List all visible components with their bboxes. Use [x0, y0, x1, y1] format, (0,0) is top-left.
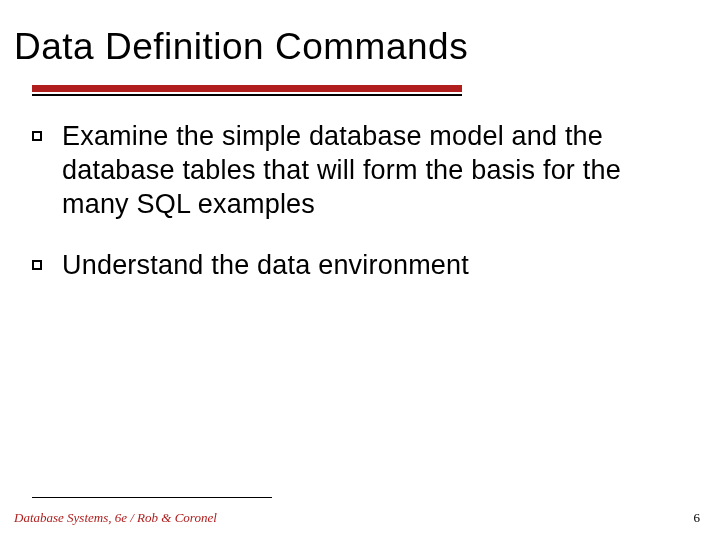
- body-content: Examine the simple database model and th…: [32, 120, 695, 311]
- bullet-text: Understand the data environment: [62, 249, 469, 283]
- footer-rule: [32, 497, 272, 498]
- rule-black: [32, 94, 462, 96]
- title-underline: [32, 85, 462, 96]
- bullet-text: Examine the simple database model and th…: [62, 120, 695, 221]
- rule-red: [32, 85, 462, 92]
- square-bullet-icon: [32, 131, 42, 141]
- slide: Data Definition Commands Examine the sim…: [0, 0, 720, 540]
- footer-source: Database Systems, 6e / Rob & Coronel: [14, 510, 217, 526]
- list-item: Understand the data environment: [32, 249, 695, 283]
- slide-title: Data Definition Commands: [14, 26, 468, 68]
- square-bullet-icon: [32, 260, 42, 270]
- list-item: Examine the simple database model and th…: [32, 120, 695, 221]
- page-number: 6: [694, 510, 701, 526]
